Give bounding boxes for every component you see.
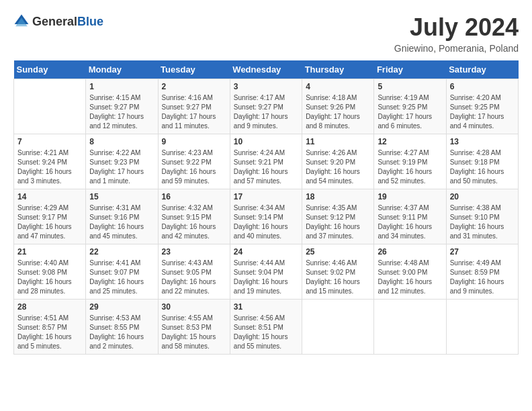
calendar-cell: 28Sunrise: 4:51 AMSunset: 8:57 PMDayligh… bbox=[14, 300, 86, 355]
logo-text: GeneralBlue bbox=[32, 15, 103, 29]
day-number: 26 bbox=[378, 247, 442, 257]
calendar-cell: 24Sunrise: 4:44 AMSunset: 9:04 PMDayligh… bbox=[230, 244, 302, 300]
day-number: 22 bbox=[89, 247, 154, 257]
calendar-cell bbox=[14, 79, 86, 134]
calendar-cell: 6Sunrise: 4:20 AMSunset: 9:25 PMDaylight… bbox=[446, 79, 518, 134]
calendar-week-row: 1Sunrise: 4:15 AMSunset: 9:27 PMDaylight… bbox=[14, 79, 519, 134]
day-info: Sunrise: 4:44 AMSunset: 9:04 PMDaylight:… bbox=[234, 259, 298, 296]
day-number: 21 bbox=[17, 247, 82, 257]
calendar-cell: 12Sunrise: 4:27 AMSunset: 9:19 PMDayligh… bbox=[374, 134, 446, 189]
calendar-cell: 31Sunrise: 4:56 AMSunset: 8:51 PMDayligh… bbox=[230, 300, 302, 355]
month-year-title: July 2024 bbox=[394, 13, 519, 42]
day-number: 10 bbox=[234, 137, 298, 146]
col-header-friday: Friday bbox=[374, 60, 446, 79]
day-number: 7 bbox=[17, 137, 82, 146]
day-info: Sunrise: 4:18 AMSunset: 9:26 PMDaylight:… bbox=[306, 93, 370, 131]
day-number: 29 bbox=[89, 302, 154, 312]
day-info: Sunrise: 4:37 AMSunset: 9:11 PMDaylight:… bbox=[378, 203, 442, 241]
day-info: Sunrise: 4:32 AMSunset: 9:15 PMDaylight:… bbox=[162, 203, 226, 241]
day-number: 16 bbox=[162, 192, 226, 201]
day-number: 14 bbox=[17, 192, 82, 201]
calendar-cell: 9Sunrise: 4:23 AMSunset: 9:22 PMDaylight… bbox=[158, 134, 230, 189]
title-section: July 2024 Gniewino, Pomerania, Poland bbox=[394, 13, 519, 54]
day-info: Sunrise: 4:26 AMSunset: 9:20 PMDaylight:… bbox=[306, 148, 370, 186]
calendar-cell bbox=[374, 300, 446, 355]
calendar-cell: 4Sunrise: 4:18 AMSunset: 9:26 PMDaylight… bbox=[302, 79, 374, 134]
day-number: 23 bbox=[162, 247, 226, 257]
day-number: 12 bbox=[378, 137, 442, 146]
day-number: 13 bbox=[450, 137, 515, 146]
col-header-monday: Monday bbox=[86, 60, 158, 79]
day-info: Sunrise: 4:56 AMSunset: 8:51 PMDaylight:… bbox=[234, 314, 298, 351]
calendar-cell: 30Sunrise: 4:55 AMSunset: 8:53 PMDayligh… bbox=[158, 300, 230, 355]
day-info: Sunrise: 4:34 AMSunset: 9:14 PMDaylight:… bbox=[234, 203, 298, 241]
col-header-thursday: Thursday bbox=[302, 60, 374, 79]
calendar-cell: 11Sunrise: 4:26 AMSunset: 9:20 PMDayligh… bbox=[302, 134, 374, 189]
calendar-cell: 15Sunrise: 4:31 AMSunset: 9:16 PMDayligh… bbox=[86, 189, 158, 244]
day-info: Sunrise: 4:38 AMSunset: 9:10 PMDaylight:… bbox=[450, 203, 515, 241]
calendar-cell bbox=[446, 300, 518, 355]
calendar-cell bbox=[302, 300, 374, 355]
day-info: Sunrise: 4:53 AMSunset: 8:55 PMDaylight:… bbox=[89, 314, 154, 351]
calendar-cell: 20Sunrise: 4:38 AMSunset: 9:10 PMDayligh… bbox=[446, 189, 518, 244]
calendar-cell: 8Sunrise: 4:22 AMSunset: 9:23 PMDaylight… bbox=[86, 134, 158, 189]
calendar-cell: 22Sunrise: 4:41 AMSunset: 9:07 PMDayligh… bbox=[86, 244, 158, 300]
calendar-cell: 10Sunrise: 4:24 AMSunset: 9:21 PMDayligh… bbox=[230, 134, 302, 189]
day-number: 2 bbox=[162, 82, 226, 91]
col-header-wednesday: Wednesday bbox=[230, 60, 302, 79]
calendar-week-row: 7Sunrise: 4:21 AMSunset: 9:24 PMDaylight… bbox=[14, 134, 519, 189]
calendar-week-row: 21Sunrise: 4:40 AMSunset: 9:08 PMDayligh… bbox=[14, 244, 519, 300]
day-info: Sunrise: 4:48 AMSunset: 9:00 PMDaylight:… bbox=[378, 259, 442, 296]
day-info: Sunrise: 4:27 AMSunset: 9:19 PMDaylight:… bbox=[378, 148, 442, 186]
day-number: 17 bbox=[234, 192, 298, 201]
calendar-cell: 27Sunrise: 4:49 AMSunset: 8:59 PMDayligh… bbox=[446, 244, 518, 300]
day-info: Sunrise: 4:16 AMSunset: 9:27 PMDaylight:… bbox=[162, 93, 226, 131]
calendar-cell: 2Sunrise: 4:16 AMSunset: 9:27 PMDaylight… bbox=[158, 79, 230, 134]
day-info: Sunrise: 4:51 AMSunset: 8:57 PMDaylight:… bbox=[17, 314, 82, 351]
day-number: 11 bbox=[306, 137, 370, 146]
day-number: 15 bbox=[89, 192, 154, 201]
calendar-cell: 21Sunrise: 4:40 AMSunset: 9:08 PMDayligh… bbox=[14, 244, 86, 300]
day-number: 3 bbox=[234, 82, 298, 91]
day-number: 20 bbox=[450, 192, 515, 201]
day-info: Sunrise: 4:29 AMSunset: 9:17 PMDaylight:… bbox=[17, 203, 82, 241]
calendar-cell: 13Sunrise: 4:28 AMSunset: 9:18 PMDayligh… bbox=[446, 134, 518, 189]
day-info: Sunrise: 4:23 AMSunset: 9:22 PMDaylight:… bbox=[162, 148, 226, 186]
day-info: Sunrise: 4:21 AMSunset: 9:24 PMDaylight:… bbox=[17, 148, 82, 186]
day-info: Sunrise: 4:20 AMSunset: 9:25 PMDaylight:… bbox=[450, 93, 515, 131]
day-number: 24 bbox=[234, 247, 298, 257]
day-number: 18 bbox=[306, 192, 370, 201]
day-number: 1 bbox=[89, 82, 154, 91]
col-header-tuesday: Tuesday bbox=[158, 60, 230, 79]
calendar-cell: 17Sunrise: 4:34 AMSunset: 9:14 PMDayligh… bbox=[230, 189, 302, 244]
day-number: 8 bbox=[89, 137, 154, 146]
day-number: 6 bbox=[450, 82, 515, 91]
location-subtitle: Gniewino, Pomerania, Poland bbox=[394, 43, 519, 54]
calendar-cell: 18Sunrise: 4:35 AMSunset: 9:12 PMDayligh… bbox=[302, 189, 374, 244]
calendar-cell: 25Sunrise: 4:46 AMSunset: 9:02 PMDayligh… bbox=[302, 244, 374, 300]
calendar-table: SundayMondayTuesdayWednesdayThursdayFrid… bbox=[13, 60, 519, 355]
day-info: Sunrise: 4:22 AMSunset: 9:23 PMDaylight:… bbox=[89, 148, 154, 186]
col-header-saturday: Saturday bbox=[446, 60, 518, 79]
day-info: Sunrise: 4:28 AMSunset: 9:18 PMDaylight:… bbox=[450, 148, 515, 186]
calendar-cell: 16Sunrise: 4:32 AMSunset: 9:15 PMDayligh… bbox=[158, 189, 230, 244]
calendar-cell: 19Sunrise: 4:37 AMSunset: 9:11 PMDayligh… bbox=[374, 189, 446, 244]
day-info: Sunrise: 4:49 AMSunset: 8:59 PMDaylight:… bbox=[450, 259, 515, 296]
day-number: 31 bbox=[234, 302, 298, 312]
day-info: Sunrise: 4:41 AMSunset: 9:07 PMDaylight:… bbox=[89, 259, 154, 296]
day-number: 9 bbox=[162, 137, 226, 146]
calendar-cell: 29Sunrise: 4:53 AMSunset: 8:55 PMDayligh… bbox=[86, 300, 158, 355]
day-number: 19 bbox=[378, 192, 442, 201]
calendar-cell: 14Sunrise: 4:29 AMSunset: 9:17 PMDayligh… bbox=[14, 189, 86, 244]
day-info: Sunrise: 4:55 AMSunset: 8:53 PMDaylight:… bbox=[162, 314, 226, 351]
calendar-cell: 26Sunrise: 4:48 AMSunset: 9:00 PMDayligh… bbox=[374, 244, 446, 300]
day-info: Sunrise: 4:35 AMSunset: 9:12 PMDaylight:… bbox=[306, 203, 370, 241]
calendar-cell: 5Sunrise: 4:19 AMSunset: 9:25 PMDaylight… bbox=[374, 79, 446, 134]
day-number: 30 bbox=[162, 302, 226, 312]
day-info: Sunrise: 4:31 AMSunset: 9:16 PMDaylight:… bbox=[89, 203, 154, 241]
day-info: Sunrise: 4:43 AMSunset: 9:05 PMDaylight:… bbox=[162, 259, 226, 296]
calendar-cell: 3Sunrise: 4:17 AMSunset: 9:27 PMDaylight… bbox=[230, 79, 302, 134]
day-number: 4 bbox=[306, 82, 370, 91]
day-info: Sunrise: 4:19 AMSunset: 9:25 PMDaylight:… bbox=[378, 93, 442, 131]
day-info: Sunrise: 4:40 AMSunset: 9:08 PMDaylight:… bbox=[17, 259, 82, 296]
